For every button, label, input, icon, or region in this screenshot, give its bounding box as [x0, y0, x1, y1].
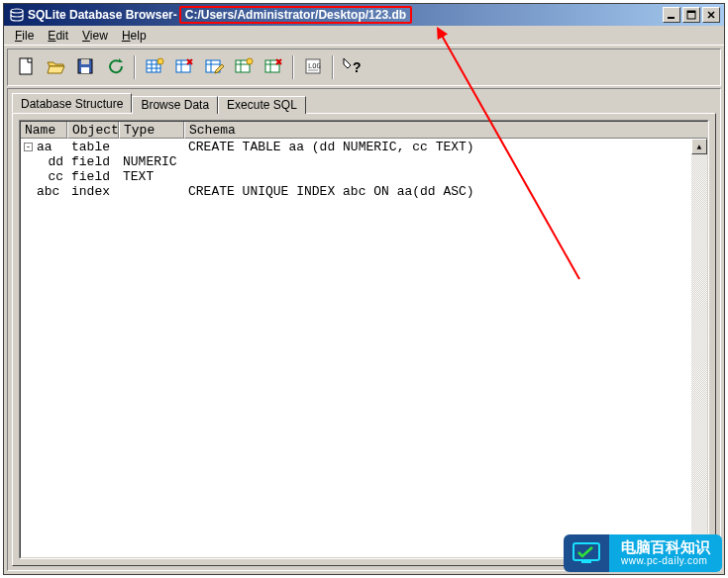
delete-index-button[interactable] — [260, 53, 287, 81]
scroll-track[interactable] — [691, 154, 707, 541]
watermark-line1: 电脑百科知识 — [621, 539, 710, 555]
toolbar: LOG? — [7, 48, 721, 86]
titlebar-app-name: SQLite Database Browser — [28, 8, 173, 22]
content-area: Database StructureBrowse DataExecute SQL… — [7, 88, 721, 571]
col-schema[interactable]: Schema — [184, 121, 708, 139]
titlebar-separator: - — [173, 8, 177, 22]
cell-name: dd — [20, 154, 67, 169]
cell-name: -aa — [20, 140, 67, 154]
menu-help[interactable]: Help — [115, 27, 154, 45]
minimize-button[interactable] — [663, 7, 680, 23]
structure-listview[interactable]: Name Object Type Schema -aatableCREATE T… — [19, 120, 709, 559]
maximize-button[interactable] — [682, 7, 700, 23]
close-button[interactable] — [702, 7, 720, 23]
scroll-up-button[interactable]: ▲ — [691, 139, 707, 154]
tree-toggle-icon[interactable]: - — [24, 143, 33, 151]
index-del-icon — [263, 56, 283, 78]
row-name-text: cc — [48, 169, 63, 184]
create-table-button[interactable] — [141, 53, 168, 81]
open-icon — [46, 56, 65, 78]
table-row[interactable]: ddfieldNUMERIC — [20, 154, 708, 169]
col-name[interactable]: Name — [20, 121, 67, 139]
svg-point-13 — [157, 58, 163, 64]
col-type[interactable]: Type — [119, 121, 184, 139]
index-new-icon — [234, 56, 254, 78]
help-icon: ? — [342, 56, 364, 78]
tab-sql[interactable]: Execute SQL — [218, 96, 306, 114]
cell-schema: CREATE TABLE aa (dd NUMERIC, cc TEXT) — [184, 140, 708, 154]
new-db-button[interactable] — [12, 53, 40, 81]
toolbar-separator — [332, 55, 334, 79]
delete-table-button[interactable] — [170, 53, 198, 81]
tab-structure[interactable]: Database Structure — [12, 93, 132, 113]
svg-rect-7 — [81, 67, 89, 73]
cell-object: table — [67, 140, 119, 154]
log-icon: LOG — [303, 56, 323, 78]
toolbar-separator — [134, 55, 136, 79]
row-name-text: dd — [48, 154, 63, 169]
app-icon — [9, 7, 25, 23]
table-row[interactable]: abcindexCREATE UNIQUE INDEX abc ON aa(dd… — [20, 184, 708, 199]
save-icon — [75, 56, 95, 78]
new-icon — [16, 56, 36, 78]
tab-browse[interactable]: Browse Data — [132, 96, 218, 114]
cell-schema: CREATE UNIQUE INDEX abc ON aa(dd ASC) — [184, 184, 708, 199]
svg-point-23 — [247, 58, 253, 64]
table-edit-icon — [204, 56, 224, 78]
listview-header: Name Object Type Schema — [20, 121, 708, 139]
app-window: SQLite Database Browser - C:/Users/Admin… — [3, 3, 725, 575]
svg-rect-33 — [581, 560, 591, 563]
cell-object: field — [67, 154, 119, 169]
svg-rect-4 — [20, 58, 32, 74]
table-del-icon — [174, 56, 194, 78]
vertical-scrollbar[interactable]: ▲ ▼ — [691, 139, 707, 557]
menubar: File Edit View Help — [4, 26, 724, 46]
modify-table-button[interactable] — [200, 53, 228, 81]
listview-body[interactable]: -aatableCREATE TABLE aa (dd NUMERIC, cc … — [20, 139, 708, 558]
titlebar-file-path: C:/Users/Administrator/Desktop/123.db — [179, 6, 412, 24]
save-db-button[interactable] — [71, 53, 99, 81]
cell-type: TEXT — [119, 169, 184, 184]
row-name-text: aa — [37, 140, 52, 154]
menu-view[interactable]: View — [75, 27, 115, 45]
table-row[interactable]: ccfieldTEXT — [20, 169, 708, 184]
menu-edit[interactable]: Edit — [41, 27, 75, 45]
watermark-icon — [564, 534, 609, 572]
revert-icon — [105, 56, 125, 78]
whatsthis-button[interactable]: ? — [339, 53, 366, 81]
table-row[interactable]: -aatableCREATE TABLE aa (dd NUMERIC, cc … — [20, 140, 708, 154]
svg-rect-3 — [687, 11, 695, 13]
create-index-button[interactable] — [230, 53, 258, 81]
svg-text:?: ? — [353, 59, 362, 75]
table-new-icon — [145, 56, 164, 78]
svg-rect-1 — [668, 17, 675, 19]
menu-file[interactable]: File — [8, 27, 41, 45]
tabs: Database StructureBrowse DataExecute SQL — [12, 93, 716, 113]
log-button[interactable]: LOG — [299, 53, 327, 81]
revert-button[interactable] — [101, 53, 129, 81]
svg-point-0 — [11, 9, 23, 13]
svg-rect-6 — [81, 59, 89, 64]
watermark: 电脑百科知识 www.pc-daily.com — [564, 534, 722, 572]
toolbar-separator — [292, 55, 294, 79]
tab-body-structure: Name Object Type Schema -aatableCREATE T… — [12, 113, 716, 566]
row-name-text: abc — [37, 184, 59, 199]
titlebar[interactable]: SQLite Database Browser - C:/Users/Admin… — [4, 4, 724, 26]
svg-text:LOG: LOG — [308, 62, 321, 70]
open-db-button[interactable] — [42, 53, 69, 81]
cell-type: NUMERIC — [119, 154, 184, 169]
cell-object: field — [67, 169, 119, 184]
cell-name: cc — [20, 169, 67, 184]
col-object[interactable]: Object — [67, 121, 119, 139]
watermark-line2: www.pc-daily.com — [621, 555, 710, 567]
cell-name: abc — [20, 184, 67, 199]
cell-object: index — [67, 184, 119, 199]
